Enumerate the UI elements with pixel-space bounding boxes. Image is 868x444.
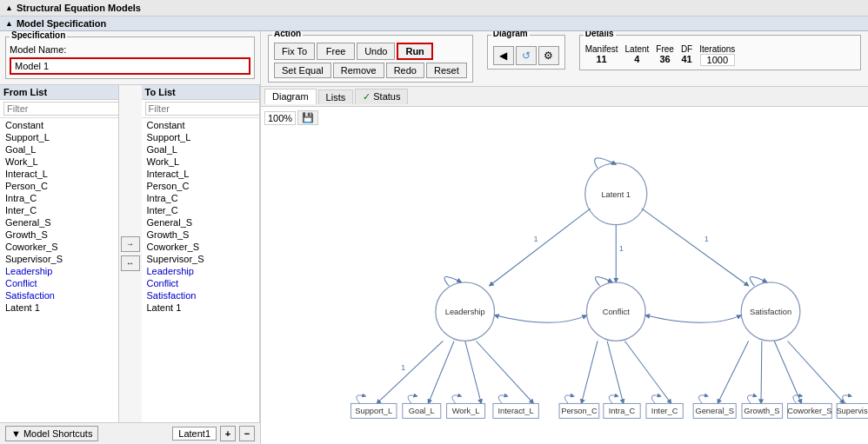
svg-text:1: 1 [533,235,537,243]
svg-text:Growth_S: Growth_S [744,407,779,415]
list-item[interactable]: Constant [142,119,260,131]
free-btn[interactable]: Free [317,43,355,60]
list-item[interactable]: Latent 1 [142,302,260,314]
list-item[interactable]: Coworker_S [142,241,260,253]
list-item[interactable]: Conflict [142,277,260,289]
list-item[interactable]: Interact_L [142,168,260,180]
svg-text:Interact_L: Interact_L [497,407,533,415]
reset-btn[interactable]: Reset [426,63,467,78]
tab-lists[interactable]: Lists [318,89,354,104]
svg-line-16 [428,341,454,403]
free-value: 36 [659,54,670,64]
list-item[interactable]: Supervisor_S [142,253,260,265]
iterations-input[interactable] [700,54,735,66]
svg-line-22 [718,341,749,403]
list-item[interactable]: Inter_C [0,204,118,216]
to-list-filter[interactable] [145,102,261,116]
svg-text:Work_L: Work_L [452,407,480,415]
svg-line-23 [761,341,762,403]
bottom-bar: ▼ Model Shortcuts Latent1 + − [0,422,260,444]
redo-btn[interactable]: Redo [386,63,424,78]
model-shortcuts-btn[interactable]: ▼ Model Shortcuts [5,426,98,441]
run-btn[interactable]: Run [397,43,432,60]
list-item[interactable]: Goal_L [0,143,118,156]
svg-line-12 [642,209,749,286]
arrow-right-btn[interactable]: → [121,236,140,252]
list-item[interactable]: Leadership [142,265,260,277]
list-item[interactable]: Person_C [0,180,118,192]
list-item[interactable]: Inter_C [142,204,260,216]
zoom-value: 100% [264,111,296,125]
svg-line-21 [624,341,671,403]
tabs-section: Diagram Lists ✓ Status [261,87,868,107]
svg-line-24 [774,341,801,403]
action-label: Action [272,31,303,38]
remove-btn[interactable]: Remove [333,63,384,78]
list-item[interactable]: Goal_L [142,143,260,156]
list-item[interactable]: Work_L [0,156,118,168]
top-actions-row: Action Fix To Free Undo Run Set Equal Re… [261,31,868,87]
svg-text:Support_L: Support_L [355,407,392,415]
fix-to-btn[interactable]: Fix To [274,43,315,60]
diagram-group-label: Diagram [491,31,530,38]
list-item[interactable]: General_S [0,216,118,229]
list-arrows: → ↔ [119,85,142,422]
svg-text:Satisfaction: Satisfaction [750,308,791,316]
section-header: ▲ Model Specification [0,17,868,31]
section-arrow-icon: ▲ [5,19,13,28]
set-equal-btn[interactable]: Set Equal [274,63,331,78]
list-item[interactable]: Satisfaction [0,289,118,302]
iterations-label: Iterations [699,44,735,54]
svg-line-18 [476,341,533,403]
df-value: 41 [681,54,691,64]
diagram-refresh-btn[interactable]: ↺ [516,46,537,65]
svg-text:Leadership: Leadership [445,308,485,316]
svg-text:Latent 1: Latent 1 [601,190,631,199]
remove-model-btn[interactable]: − [239,426,255,441]
add-model-btn[interactable]: + [220,426,236,441]
save-diagram-btn[interactable]: 💾 [297,110,318,125]
model-name-input[interactable] [10,57,250,75]
list-item[interactable]: General_S [142,216,260,229]
list-item[interactable]: Latent 1 [0,302,118,314]
manifest-value: 11 [596,54,606,64]
list-item[interactable]: Intra_C [142,192,260,204]
svg-text:Coworker_S: Coworker_S [787,407,831,415]
details-group-label: Details [584,31,616,38]
latent-value: 4 [634,54,639,64]
list-item[interactable]: Satisfaction [142,289,260,302]
svg-text:Goal_L: Goal_L [409,407,435,415]
model-name-label: Model Name: [10,44,250,55]
arrow-leftright-btn[interactable]: ↔ [121,255,140,271]
diagram-back-btn[interactable]: ◀ [493,46,514,65]
from-list-header: From List [0,85,118,100]
list-item[interactable]: Support_L [142,131,260,143]
free-label: Free [656,44,674,54]
list-item[interactable]: Growth_S [142,229,260,241]
tab-status[interactable]: ✓ Status [355,89,408,104]
list-item[interactable]: Conflict [0,277,118,289]
list-item[interactable]: Intra_C [0,192,118,204]
tab-diagram[interactable]: Diagram [264,89,317,104]
svg-text:Supervisor_S: Supervisor_S [836,407,868,415]
list-item[interactable]: Leadership [0,265,118,277]
undo-btn[interactable]: Undo [357,43,395,60]
list-item[interactable]: Person_C [142,180,260,192]
list-item[interactable]: Work_L [142,156,260,168]
svg-line-8 [490,209,591,286]
svg-text:Person_C: Person_C [561,407,598,415]
svg-line-14 [377,341,443,403]
list-item[interactable]: Constant [0,119,118,131]
diagram-settings-btn[interactable]: ⚙ [538,46,559,65]
list-item[interactable]: Supervisor_S [0,253,118,265]
svg-text:1: 1 [619,244,624,253]
specification-section: Specification Model Name: [0,31,260,85]
list-item[interactable]: Interact_L [0,168,118,180]
from-list-filter[interactable] [3,102,119,116]
list-item[interactable]: Support_L [0,131,118,143]
list-item[interactable]: Growth_S [0,229,118,241]
list-item[interactable]: Coworker_S [0,241,118,253]
app-title: Structural Equation Models [17,3,141,13]
svg-text:Intra_C: Intra_C [609,407,636,415]
svg-line-17 [465,341,482,403]
